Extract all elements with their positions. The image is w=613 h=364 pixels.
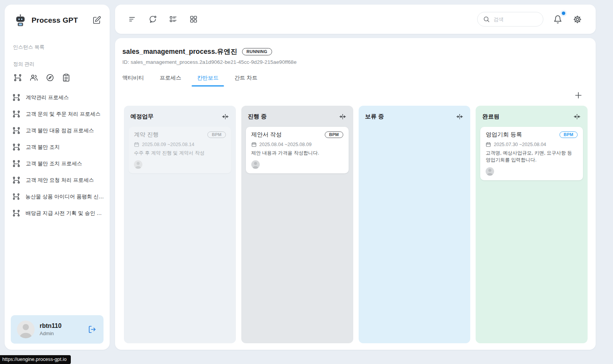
calendar-icon (251, 142, 257, 147)
kanban-column-onhold: 보류 중 (359, 106, 471, 343)
process-item[interactable]: 고객 불만 조치 (5, 139, 110, 155)
main-panel: sales_management_process.유엔진 RUNNING ID:… (115, 38, 596, 350)
process-item-label: 고객 불만 조치 프로세스 (26, 160, 82, 167)
notification-dot (562, 12, 565, 15)
robot-logo-icon (13, 13, 28, 28)
sort-lines-icon[interactable] (127, 14, 137, 24)
process-item-label: 고객 불만 대응 점검 프로세스 (26, 127, 94, 134)
process-item-label: 고객 불만 조치 (26, 144, 60, 151)
workflow-icon[interactable] (12, 72, 23, 83)
collapse-column-icon[interactable] (573, 112, 581, 121)
tab-activity[interactable]: 액티비티 (122, 73, 144, 86)
column-title: 완료됨 (482, 113, 499, 120)
process-item[interactable]: 농산물 상품 아이디어 품평회 신청... (5, 188, 110, 205)
bpm-badge: BPM (560, 131, 578, 138)
card-title: 제안서 작성 (251, 131, 282, 138)
view-tabs: 액티비티 프로세스 칸반보드 간트 차트 (122, 73, 586, 86)
kanban-column-done: 완료됨 영업기회 등록 BPM (476, 106, 588, 343)
process-list: 계약관리 프로세스 고객 문의 및 주문 처리 프로세스 고객 불만 대응 점검… (5, 89, 110, 221)
card-date-range: 2025.07.30 ~2025.08.04 (494, 142, 546, 147)
card-description: 제안 내용과 가격을 작성합니다. (251, 150, 343, 156)
process-item-label: 농산물 상품 아이디어 품평회 신청... (25, 193, 104, 200)
list-view-icon[interactable] (168, 14, 178, 24)
process-item[interactable]: 고객 제안 요청 처리 프로세스 (5, 172, 110, 188)
bell-icon (553, 15, 562, 24)
process-item-label: 배당금 지급 사전 기획 및 승인 프... (26, 210, 104, 217)
tab-process[interactable]: 프로세스 (160, 73, 181, 86)
bpm-badge: BPM (207, 131, 225, 138)
card-description: 수주 후 계약 진행 및 계약서 작성 (134, 150, 226, 156)
column-title: 예정업무 (130, 113, 154, 120)
topbar (115, 5, 596, 34)
grid-view-icon[interactable] (189, 14, 199, 24)
workflow-icon (12, 176, 20, 184)
collapse-column-icon[interactable] (455, 112, 464, 121)
app-title: Process GPT (32, 16, 87, 25)
compass-icon[interactable] (45, 72, 55, 83)
user-name: rbtn110 (40, 322, 82, 329)
process-instance-title: sales_management_process.유엔진 (122, 47, 237, 56)
assignee-avatar (134, 160, 142, 169)
process-item-label: 고객 제안 요청 처리 프로세스 (26, 177, 94, 184)
process-item[interactable]: 배당금 지급 사전 기획 및 승인 프... (5, 205, 110, 221)
workflow-icon (12, 126, 20, 135)
card-title: 계약 진행 (134, 131, 159, 138)
assignee-avatar (251, 160, 260, 169)
kanban-board: 예정업무 계약 진행 BPM (124, 106, 588, 343)
search-box[interactable] (477, 12, 543, 27)
user-avatar (17, 321, 35, 338)
card-date-range: 2025.08.09 ~2025.08.14 (142, 142, 194, 147)
statusbar-url-tooltip: https://uengine.process-gpt.io (0, 355, 71, 364)
user-role: Admin (40, 331, 82, 336)
card-date-range: 2025.08.04 ~2025.08.09 (259, 142, 312, 147)
search-input[interactable] (493, 17, 538, 22)
workflow-icon (12, 193, 20, 201)
sidebar-header: Process GPT (5, 5, 110, 28)
search-icon (483, 16, 490, 23)
workflow-icon (12, 143, 20, 151)
column-title: 보류 중 (365, 113, 384, 120)
process-item[interactable]: 계약관리 프로세스 (5, 89, 110, 106)
add-button plus-icon[interactable] (573, 90, 583, 100)
calendar-icon (134, 142, 139, 147)
user-panel[interactable]: rbtn110 Admin (11, 315, 104, 344)
logout-icon[interactable] (87, 324, 97, 334)
tab-kanban[interactable]: 칸반보드 (197, 73, 219, 86)
kanban-card[interactable]: 영업기회 등록 BPM 2025.07.30 ~2025.08.04 고객명, … (480, 127, 583, 180)
calendar-icon (486, 142, 491, 147)
sidebar: Process GPT 인스턴스 목록 정의 관리 (5, 5, 110, 350)
process-instance-id: ID: sales_management_process.2a1d9062-be… (122, 59, 586, 65)
process-item[interactable]: 고객 불만 조치 프로세스 (5, 155, 110, 172)
column-title: 진행 중 (248, 113, 267, 120)
card-title: 영업기회 등록 (486, 131, 522, 138)
kanban-card[interactable]: 계약 진행 BPM 2025.08.09 ~2025.08.14 수주 후 계약… (129, 127, 231, 173)
instances-section-label[interactable]: 인스턴스 목록 (5, 44, 110, 51)
card-description: 고객명, 예상사업규모, 키맨, 요구사항 등 영업기회를 입력합니다. (486, 150, 578, 163)
workflow-icon (12, 209, 20, 217)
definition-tools (5, 68, 110, 85)
new-edit-button[interactable] (91, 15, 102, 26)
notifications-button[interactable] (553, 14, 563, 25)
users-icon[interactable] (28, 72, 39, 83)
clipboard-icon[interactable] (61, 72, 72, 83)
bpm-badge: BPM (325, 131, 343, 138)
workflow-icon (12, 110, 20, 118)
process-item[interactable]: 고객 불만 대응 점검 프로세스 (5, 122, 110, 139)
collapse-column-icon[interactable] (338, 112, 347, 121)
kanban-column-todo: 예정업무 계약 진행 BPM (124, 106, 236, 343)
process-item-label: 고객 문의 및 주문 처리 프로세스 (26, 111, 100, 118)
view-switcher (115, 14, 199, 24)
assignee-avatar (486, 167, 494, 176)
chat-bubble-icon[interactable] (148, 14, 158, 24)
tab-gantt[interactable]: 간트 차트 (234, 73, 257, 86)
kanban-column-inprogress: 진행 중 제안서 작성 BPM (241, 106, 353, 343)
collapse-column-icon[interactable] (221, 112, 230, 121)
settings-gear-icon[interactable] (572, 14, 583, 25)
kanban-card[interactable]: 제안서 작성 BPM 2025.08.04 ~2025.08.09 제안 내용과… (246, 127, 349, 173)
status-badge: RUNNING (242, 48, 272, 55)
workflow-icon (12, 160, 20, 168)
workflow-icon (12, 93, 20, 101)
process-item-label: 계약관리 프로세스 (26, 94, 69, 101)
process-item[interactable]: 고객 문의 및 주문 처리 프로세스 (5, 106, 110, 122)
definitions-section-label[interactable]: 정의 관리 (5, 61, 110, 68)
